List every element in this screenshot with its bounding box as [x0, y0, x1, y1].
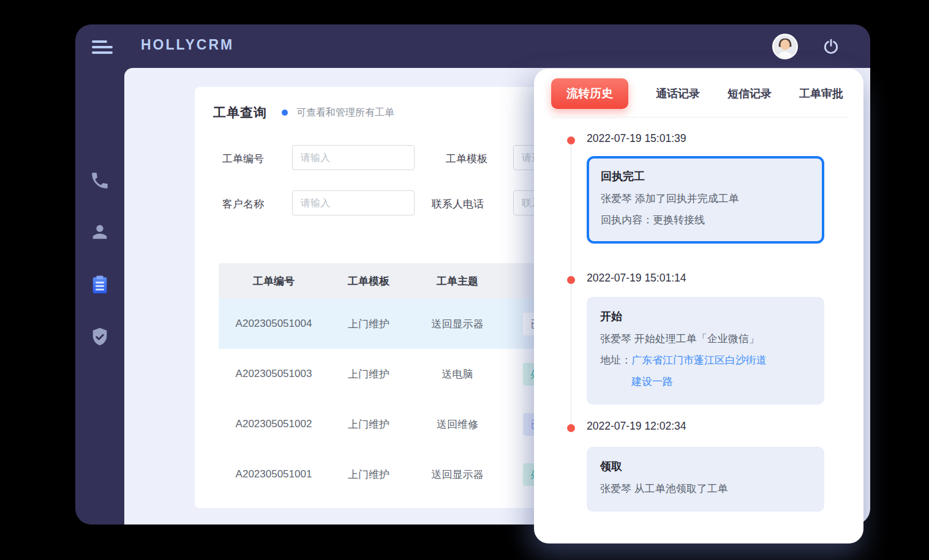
order-id-input[interactable] — [292, 145, 415, 170]
page-subtitle: 可查看和管理所有工单 — [296, 106, 394, 119]
timeline-time: 2022-07-19 15:01:39 — [587, 132, 686, 145]
cell-id: A202305051001 — [219, 468, 329, 480]
cell-subject: 送回显示器 — [408, 317, 506, 331]
col-header-subject: 工单主题 — [408, 274, 506, 288]
top-header: HOLLYCRM — [75, 24, 870, 68]
avatar[interactable] — [772, 34, 798, 59]
timeline-time: 2022-07-19 12:02:34 — [587, 420, 686, 433]
timeline-card: 开始张爱琴 开始处理工单「企业微信」地址：广东省江门市蓬江区白沙街道建设一路 — [587, 297, 824, 405]
timeline-card-text: 回执内容：更换转接线 — [601, 209, 810, 231]
timeline-dot-icon — [567, 424, 575, 432]
timeline-card-title: 开始 — [600, 309, 811, 324]
timeline-card-text: 张爱琴 开始处理工单「企业微信」 — [600, 328, 811, 349]
detail-panel: 流转历史通话记录短信记录工单审批 2022-07-19 15:01:39回执完工… — [534, 69, 863, 543]
timeline-address-row: 地址：广东省江门市蓬江区白沙街道建设一路 — [600, 349, 811, 392]
cell-subject: 送电脑 — [408, 367, 506, 381]
timeline-card: 领取张爱琴 从工单池领取了工单 — [587, 447, 824, 512]
timeline-card-title: 领取 — [600, 459, 811, 474]
filter-label-template: 工单模板 — [446, 152, 487, 166]
timeline-connector — [571, 142, 571, 428]
history-timeline: 2022-07-19 15:01:39回执完工张爱琴 添加了回执并完成工单回执内… — [534, 69, 863, 543]
sidebar — [75, 68, 124, 525]
subtitle-dot-icon — [282, 110, 288, 116]
phone-icon — [89, 170, 110, 191]
col-header-order-id: 工单编号 — [219, 274, 329, 288]
cell-template: 上门维护 — [329, 317, 408, 331]
filter-label-customer: 客户名称 — [222, 197, 264, 211]
cell-template: 上门维护 — [329, 417, 408, 431]
cell-template: 上门维护 — [329, 468, 408, 482]
cell-template: 上门维护 — [329, 367, 408, 381]
address-link[interactable]: 广东省江门市蓬江区白沙街道建设一路 — [631, 349, 773, 392]
timeline-dot-icon — [567, 276, 575, 284]
security-icon — [89, 326, 110, 347]
timeline-card-title: 回执完工 — [601, 169, 810, 184]
timeline-time: 2022-07-19 15:01:14 — [587, 272, 686, 285]
sidebar-item-contacts[interactable] — [89, 222, 110, 242]
timeline-card-text: 张爱琴 添加了回执并完成工单 — [601, 188, 810, 209]
avatar-photo — [773, 35, 797, 58]
cell-id: A202305051002 — [219, 418, 329, 430]
cell-subject: 送回显示器 — [408, 468, 506, 482]
work-orders-icon — [89, 274, 110, 295]
stage: HOLLYCRM — [0, 0, 929, 560]
cell-subject: 送回维修 — [408, 417, 506, 431]
sidebar-item-work-orders[interactable] — [89, 274, 110, 295]
timeline-card-text: 张爱琴 从工单池领取了工单 — [600, 478, 811, 499]
timeline-dot-icon — [567, 136, 575, 144]
customer-name-input[interactable] — [292, 190, 415, 215]
address-label: 地址： — [600, 349, 631, 392]
app-logo: HOLLYCRM — [141, 37, 234, 53]
menu-icon[interactable] — [92, 40, 115, 54]
sidebar-item-phone[interactable] — [89, 170, 110, 191]
col-header-template: 工单模板 — [329, 274, 408, 288]
sidebar-item-security[interactable] — [89, 326, 110, 347]
timeline-card[interactable]: 回执完工张爱琴 添加了回执并完成工单回执内容：更换转接线 — [587, 156, 824, 244]
page-title: 工单查询 — [213, 104, 267, 121]
filter-label-contact-phone: 联系人电话 — [432, 197, 484, 211]
contacts-icon — [89, 222, 110, 242]
filter-label-order-id: 工单编号 — [222, 152, 264, 166]
card-title-row: 工单查询 可查看和管理所有工单 — [213, 104, 394, 121]
cell-id: A202305051003 — [219, 368, 329, 380]
power-icon[interactable] — [822, 38, 840, 55]
cell-id: A202305051004 — [219, 318, 329, 330]
